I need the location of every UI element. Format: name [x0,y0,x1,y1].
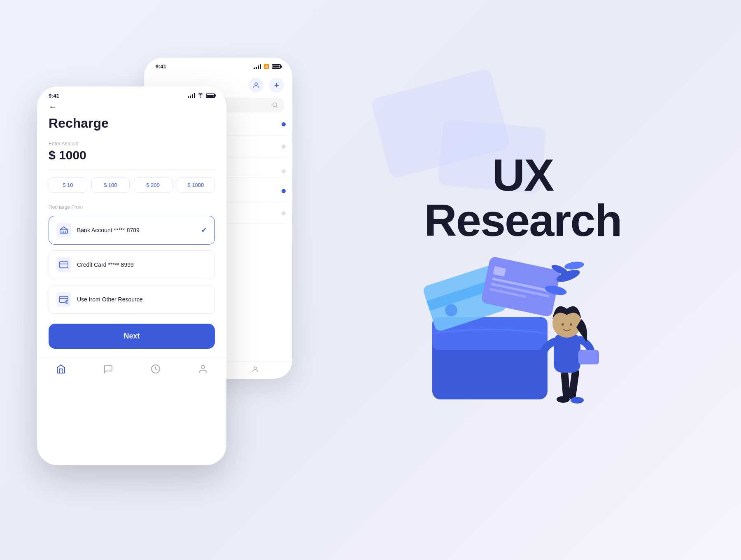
svg-line-4 [276,106,277,107]
right-content: UX Research [338,152,741,408]
next-button[interactable]: Next [49,324,215,349]
chat-status-1 [282,122,286,126]
svg-point-21 [201,365,205,369]
check-mark-icon: ✓ [201,226,207,235]
ux-research-title: UX Research [424,152,621,243]
svg-rect-13 [60,262,68,268]
amount-chip-10[interactable]: $ 10 [49,177,87,193]
svg-point-0 [255,83,257,85]
ux-label: UX [424,152,621,198]
svg-point-3 [273,103,277,107]
chat-status-4 [282,189,286,193]
battery-icon [272,64,281,69]
illustration [420,251,626,408]
credit-card-icon [56,257,71,272]
back-button[interactable]: ← [49,102,57,112]
wallet-illustration [420,251,618,408]
credit-card-label: Credit Card ***** 8999 [77,261,207,268]
front-signal-icon [188,93,195,98]
other-resource-label: Use from Other Resource [77,296,207,303]
amount-chip-100[interactable]: $ 100 [91,177,130,193]
svg-point-7 [254,367,256,369]
add-icon[interactable] [269,78,284,93]
nav-chat-icon[interactable] [103,364,113,374]
nav-clock-icon[interactable] [151,364,161,374]
payment-option-credit[interactable]: Credit Card ***** 8999 [49,250,215,279]
phone-front: 9:41 ← Recharge En [37,86,226,465]
chat-status-3 [282,169,286,173]
bank-account-label: Bank Account ***** 8789 [77,227,201,233]
back-phone-status-icons: 📶 [254,64,281,69]
chat-status-2 [282,145,286,149]
svg-point-34 [564,261,585,271]
svg-point-43 [562,323,564,326]
research-label: Research [424,198,621,243]
payment-option-other[interactable]: Use from Other Resource [49,285,215,314]
svg-rect-37 [568,368,580,400]
user-icon[interactable] [249,78,263,93]
svg-rect-40 [554,334,580,373]
amount-chip-1000[interactable]: $ 1000 [177,177,215,193]
nav-profile-icon[interactable] [198,364,208,374]
bank-icon [56,223,71,238]
phone-content: ← Recharge Enter Amount $ 1000 $ 10 $ 10… [37,102,226,349]
front-wifi-icon [198,92,203,99]
svg-point-8 [200,97,200,97]
front-battery-icon [206,93,215,98]
amount-value: $ 1000 [49,148,215,170]
front-phone-status-bar: 9:41 [37,86,226,102]
other-resource-icon [56,292,71,307]
phones-container: 9:41 📶 [25,33,338,527]
svg-point-38 [557,396,570,403]
front-status-icons [188,92,215,99]
svg-rect-41 [578,350,599,364]
payment-option-bank[interactable]: Bank Account ***** 8789 ✓ [49,216,215,245]
nav-home-icon[interactable] [56,364,66,374]
chat-status-5 [282,211,286,215]
wifi-icon: 📶 [263,64,269,69]
svg-point-39 [571,397,584,404]
amount-label: Enter Amount [49,141,215,147]
back-phone-time: 9:41 [156,63,166,70]
quick-amounts: $ 10 $ 100 $ 200 $ 1000 [49,177,215,193]
amount-chip-200[interactable]: $ 200 [134,177,172,193]
signal-icon [254,64,261,69]
front-phone-time: 9:41 [49,93,59,99]
page-title: Recharge [49,116,215,131]
back-phone-status-bar: 9:41 📶 [144,58,292,73]
nav-person-icon[interactable] [252,366,259,373]
svg-point-44 [570,323,572,326]
recharge-from-label: Recharge From [49,204,215,210]
bottom-nav [37,357,226,382]
